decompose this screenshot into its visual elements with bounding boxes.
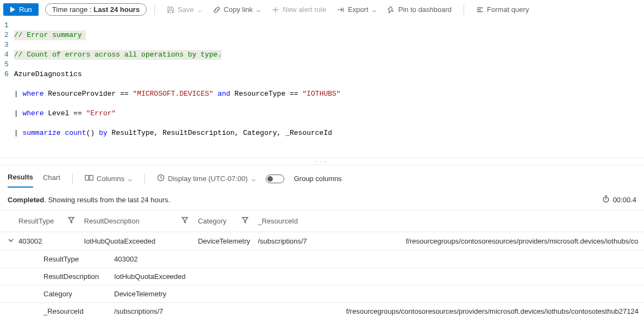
export-icon [337,6,345,14]
time-range-value: Last 24 hours [93,5,140,14]
chevron-down-icon [372,7,377,12]
columns-icon [85,175,93,183]
status-text: Completed. Showing results from the last… [8,196,170,204]
filter-icon[interactable] [242,217,248,223]
code-line: // Count of errors across all operations… [14,51,222,59]
detail-value: IotHubQuotaExceeded [109,268,644,285]
elapsed-value: 00:00.4 [613,196,636,204]
svg-rect-1 [90,176,93,181]
col-category[interactable]: Category [198,210,258,232]
svg-marker-5 [182,217,187,223]
svg-marker-4 [68,217,74,223]
line-numbers: 123456 [0,21,14,158]
new-alert-button[interactable]: New alert rule [267,3,330,16]
clock-icon [157,174,165,183]
detail-row: ResultType403002ResultDescriptionIotHubQ… [0,251,644,318]
format-label: Format query [487,5,529,14]
columns-label: Columns [97,175,124,183]
format-icon [476,6,484,14]
query-toolbar: Run Time range : Last 24 hours Save Copy… [0,0,644,20]
columns-picker[interactable]: Columns [85,175,133,183]
separator [72,173,73,184]
col-expand [0,210,18,232]
query-timer: 00:00.4 [602,195,636,204]
cell-category: DeviceTelemetry [198,232,258,251]
cell-resulttype: 403002 [18,232,84,251]
display-time-picker[interactable]: Display time (UTC-07:00) [157,174,256,183]
chevron-down-icon [256,7,261,12]
filter-icon[interactable] [68,217,74,223]
copy-link-label: Copy link [224,5,253,14]
tab-chart[interactable]: Chart [43,170,60,187]
query-editor[interactable]: 123456 // Error summary // Count of erro… [0,20,644,158]
detail-value: /subscriptions/7f/resourcegroups/contoso… [109,303,644,318]
status-message: . Showing results from the last 24 hours… [44,196,170,204]
col-resourceid[interactable]: _ResourceId [258,210,645,232]
results-table: ResultType ResultDescription Category _R… [0,210,644,317]
detail-value: 403002 [109,251,644,268]
time-range-label: Time range : [52,5,92,14]
separator [464,5,464,15]
time-range-picker[interactable]: Time range : Last 24 hours [45,3,147,16]
pin-button[interactable]: Pin to dashboard [383,3,456,16]
export-label: Export [348,5,368,14]
cell-resourceid: /subscriptions/7f/resourcegroups/contoso… [258,232,645,251]
run-label: Run [19,5,32,14]
splitter-handle[interactable]: ··· [0,158,644,165]
save-button[interactable]: Save [162,3,207,16]
stopwatch-icon [602,195,610,204]
chevron-down-icon [128,176,133,181]
save-label: Save [178,5,194,14]
run-button[interactable]: Run [3,3,39,16]
tab-results[interactable]: Results [8,170,33,188]
copy-link-button[interactable]: Copy link [209,3,265,16]
detail-key: Category [0,285,109,303]
save-icon [167,6,174,14]
display-time-label: Display time (UTC-07:00) [168,175,248,183]
svg-marker-6 [242,217,248,223]
table-row[interactable]: 403002IotHubQuotaExceededDeviceTelemetry… [0,232,644,251]
status-completed: Completed [8,196,44,204]
filter-icon[interactable] [182,217,188,223]
status-row: Completed. Showing results from the last… [0,188,644,210]
col-resulttype[interactable]: ResultType [18,210,84,232]
chevron-down-icon [251,176,256,181]
group-columns-label: Group columns [294,175,342,183]
results-tabs: Results Chart Columns Display time (UTC-… [0,165,644,188]
pin-icon [387,6,395,14]
new-alert-label: New alert rule [283,5,326,14]
detail-value: DeviceTelemetry [109,285,644,303]
detail-key: ResultDescription [0,268,109,285]
cell-resultdescription: IotHubQuotaExceeded [84,232,198,251]
code-line: // Error summary [14,31,82,39]
detail-key: _ResourceId [0,303,109,318]
chevron-down-icon [197,7,202,12]
pin-label: Pin to dashboard [398,5,452,14]
separator [145,173,145,184]
code-content[interactable]: // Error summary // Count of errors acro… [14,21,341,158]
export-button[interactable]: Export [333,3,381,16]
expand-toggle[interactable] [0,232,18,251]
group-columns-toggle[interactable] [266,175,284,183]
format-query-button[interactable]: Format query [472,3,533,16]
col-resultdescription[interactable]: ResultDescription [84,210,198,232]
separator [154,5,155,15]
svg-rect-0 [85,176,89,181]
link-icon [213,6,221,14]
plus-icon [272,6,279,14]
detail-key: ResultType [0,251,109,268]
